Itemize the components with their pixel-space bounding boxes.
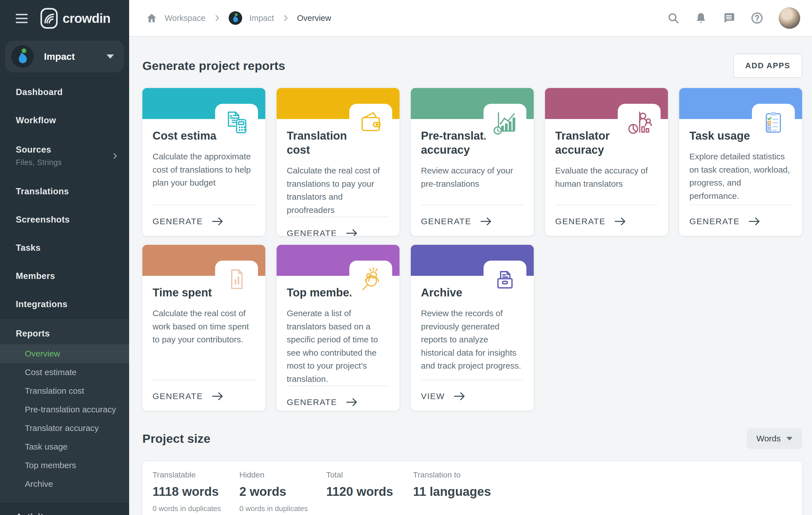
report-card-icon — [358, 109, 384, 135]
chevron-right-icon — [281, 14, 290, 22]
card-description: Calculate the approximate cost of transl… — [152, 150, 255, 190]
report-card: Pre-translation accuracy Review accuracy… — [411, 88, 534, 236]
report-card: Archive Review the records of previously… — [411, 245, 534, 411]
card-action-link[interactable]: VIEW — [421, 380, 524, 401]
reports-submenu-item[interactable]: Archive — [0, 475, 129, 493]
chevron-down-icon — [107, 54, 114, 59]
project-name: Impact — [44, 51, 107, 62]
user-avatar[interactable] — [779, 7, 800, 29]
card-icon-badge — [215, 104, 258, 141]
card-icon-badge — [349, 261, 392, 298]
sidebar-item[interactable]: Integrations — [0, 290, 129, 318]
report-card-icon — [492, 109, 518, 135]
sidebar-item[interactable]: Screenshots — [0, 206, 129, 234]
reports-submenu-item[interactable]: Cost estimate — [0, 363, 129, 381]
arrow-right-icon — [614, 217, 627, 226]
card-description: Review accuracy of your pre-translations — [421, 164, 524, 190]
units-dropdown[interactable]: Words — [747, 428, 802, 449]
arrow-right-icon — [748, 217, 761, 226]
project-size-stats-card: Translatable 1118 words 0 words in dupli… — [142, 461, 802, 515]
project-avatar — [11, 45, 34, 68]
report-card-icon — [492, 266, 518, 292]
sidebar-item-activity[interactable]: Activity — [0, 503, 129, 515]
stat-column: Translatable 1118 words 0 words in dupli… — [152, 470, 239, 513]
reports-submenu-item[interactable]: Top members — [0, 456, 129, 475]
main-content: Generate project reports ADD APPS Cost e… — [129, 37, 812, 515]
card-icon-badge — [215, 261, 258, 298]
card-action-link[interactable]: GENERATE — [287, 217, 389, 236]
sidebar-reports-group: Reports Overview Cost estimate Translati… — [0, 318, 129, 503]
search-icon[interactable] — [667, 12, 679, 24]
breadcrumb-project-avatar — [229, 11, 242, 25]
report-card: Translation cost Calculate the real cost… — [277, 88, 400, 236]
card-action-link[interactable]: GENERATE — [287, 385, 389, 407]
sidebar-header: crowdin — [0, 0, 129, 37]
card-action-link[interactable]: GENERATE — [152, 380, 255, 401]
reports-header-row: Generate project reports ADD APPS — [142, 54, 802, 78]
reports-submenu-item[interactable]: Overview — [0, 344, 129, 363]
arrow-right-icon — [480, 217, 492, 226]
reports-submenu-item[interactable]: Translation cost — [0, 381, 129, 400]
reports-submenu-item[interactable]: Translator accuracy — [0, 419, 129, 437]
card-icon-badge — [618, 104, 661, 141]
report-card-icon — [760, 109, 786, 135]
units-dropdown-value: Words — [756, 434, 781, 444]
project-selector[interactable]: Impact — [5, 40, 124, 72]
card-description: Explore detailed statistics on task crea… — [689, 150, 792, 202]
card-action-link[interactable]: GENERATE — [689, 205, 792, 226]
sidebar-item-reports[interactable]: Reports — [0, 318, 129, 344]
chat-icon[interactable] — [722, 11, 735, 25]
report-cards-row2: Time spent Calculate the real cost of wo… — [142, 245, 802, 411]
card-description: Review the records of previously generat… — [421, 307, 524, 373]
topbar-actions — [667, 7, 800, 29]
card-action-link[interactable]: GENERATE — [421, 205, 524, 226]
arrow-right-icon — [211, 217, 224, 226]
card-description: Evaluate the accuracy of human translato… — [555, 164, 658, 190]
chevron-right-icon — [213, 14, 221, 22]
card-icon-badge — [484, 261, 526, 298]
breadcrumb-workspace[interactable]: Workspace — [165, 13, 206, 23]
menu-icon[interactable] — [16, 14, 28, 23]
report-card-icon — [358, 266, 384, 292]
project-size-header-row: Project size Words — [142, 428, 802, 449]
report-cards-row1: Cost estimate Calculate the approximate … — [142, 88, 802, 236]
arrow-right-icon — [346, 228, 358, 236]
card-action-link[interactable]: GENERATE — [555, 205, 658, 226]
stat-column: Translation to 11 languages — [413, 470, 500, 513]
report-card: Task usage Explore detailed statistics o… — [679, 88, 802, 236]
notifications-bell-icon[interactable] — [695, 12, 707, 24]
home-icon[interactable] — [146, 12, 157, 24]
sidebar-item[interactable]: Workflow — [0, 106, 129, 135]
sidebar: crowdin Impact Dashboard Workflow Source… — [0, 0, 129, 515]
report-card: Top members Generate a list of translato… — [277, 245, 400, 411]
reports-submenu-item[interactable]: Pre-translation accuracy — [0, 400, 129, 419]
report-card-icon — [224, 109, 250, 135]
reports-submenu-item[interactable]: Task usage — [0, 437, 129, 456]
add-apps-button[interactable]: ADD APPS — [733, 54, 802, 78]
sidebar-item[interactable]: Translations — [0, 177, 129, 206]
breadcrumb-project[interactable]: Impact — [250, 13, 274, 23]
sidebar-item[interactable]: Dashboard — [0, 78, 129, 106]
project-size-title: Project size — [142, 432, 210, 446]
report-card: Translator accuracy Evaluate the accurac… — [545, 88, 668, 236]
chevron-down-icon — [786, 437, 792, 440]
sidebar-item[interactable]: Tasks — [0, 234, 129, 262]
crowdin-logo[interactable]: crowdin — [40, 8, 110, 29]
chevron-right-icon — [111, 152, 119, 160]
sidebar-item[interactable]: Members — [0, 262, 129, 290]
card-icon-badge — [484, 104, 526, 141]
help-icon[interactable] — [751, 11, 763, 25]
card-description: Calculate the real cost of translations … — [287, 164, 389, 217]
sidebar-item[interactable]: Sources Files, Strings — [0, 135, 129, 177]
card-icon-badge — [349, 104, 392, 141]
card-action-link[interactable]: GENERATE — [152, 205, 255, 226]
crowdin-logo-icon — [40, 8, 58, 29]
card-icon-badge — [752, 104, 795, 141]
stat-column: Total 1120 words — [326, 470, 413, 513]
stat-column: Hidden 2 words 0 words in duplicates — [239, 470, 326, 513]
breadcrumb-current: Overview — [297, 13, 331, 23]
report-card: Cost estimate Calculate the approximate … — [142, 88, 265, 236]
card-description: Generate a list of translators based on … — [287, 307, 389, 385]
arrow-right-icon — [346, 397, 358, 407]
sidebar-nav: Dashboard Workflow Sources Files, String… — [0, 78, 129, 318]
